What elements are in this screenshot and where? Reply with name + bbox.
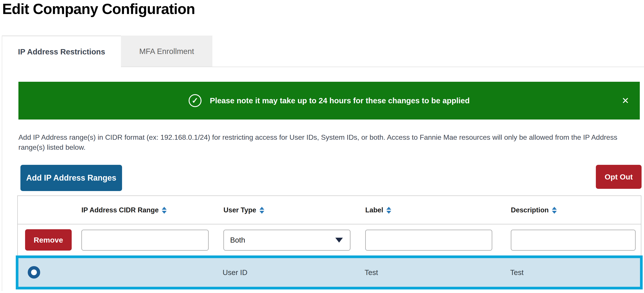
sort-down-arrow-icon bbox=[260, 211, 264, 214]
sort-icon bbox=[260, 207, 264, 214]
success-banner: ✓ Please note it may take up to 24 hours… bbox=[18, 82, 640, 120]
opt-out-button[interactable]: Opt Out bbox=[596, 165, 642, 189]
column-header-description[interactable]: Description bbox=[511, 196, 557, 224]
column-header-label: User Type bbox=[224, 206, 256, 214]
banner-close-icon[interactable]: ✕ bbox=[622, 96, 629, 105]
row-user-type-value: User ID bbox=[222, 258, 248, 287]
tab-mfa-enrollment[interactable]: MFA Enrollment bbox=[121, 36, 212, 67]
description-input[interactable] bbox=[511, 230, 636, 250]
dropdown-caret-icon bbox=[335, 238, 343, 242]
add-ip-address-ranges-button[interactable]: Add IP Address Ranges bbox=[20, 165, 122, 191]
column-header-label: Label bbox=[365, 206, 383, 214]
tab-bar-underline bbox=[121, 67, 644, 67]
instructions-text: Add IP Address range(s) in CIDR format (… bbox=[18, 132, 638, 152]
edit-company-configuration-page: Edit Company Configuration IP Address Re… bbox=[0, 0, 644, 293]
sort-up-arrow-icon bbox=[552, 207, 557, 210]
column-header-label: IP Address CIDR Range bbox=[82, 206, 159, 214]
selected-ip-range-row[interactable]: User ID Test Test bbox=[16, 255, 643, 289]
content-left-divider bbox=[2, 36, 2, 291]
user-type-select[interactable]: Both bbox=[224, 230, 350, 250]
success-banner-message: Please note it may take up to 24 hours f… bbox=[210, 96, 470, 105]
tab-label: MFA Enrollment bbox=[139, 47, 194, 56]
sort-down-arrow-icon bbox=[552, 211, 557, 214]
table-header-row: IP Address CIDR Range User Type Label De… bbox=[18, 196, 641, 224]
page-title: Edit Company Configuration bbox=[2, 1, 195, 17]
column-header-user-type[interactable]: User Type bbox=[224, 196, 264, 224]
tab-label: IP Address Restrictions bbox=[18, 47, 105, 56]
tab-ip-address-restrictions[interactable]: IP Address Restrictions bbox=[2, 36, 121, 67]
sort-down-arrow-icon bbox=[386, 211, 391, 214]
user-type-selected-value: Both bbox=[230, 236, 245, 244]
label-input[interactable] bbox=[365, 230, 492, 250]
sort-up-arrow-icon bbox=[260, 207, 264, 210]
sort-icon bbox=[386, 207, 391, 214]
sort-up-arrow-icon bbox=[162, 207, 167, 210]
remove-row-button[interactable]: Remove bbox=[25, 229, 72, 250]
sort-icon bbox=[162, 207, 167, 214]
success-check-icon: ✓ bbox=[189, 94, 202, 107]
cidr-range-input[interactable] bbox=[82, 230, 208, 250]
row-label-value: Test bbox=[364, 258, 378, 287]
row-description-value: Test bbox=[510, 258, 524, 287]
sort-down-arrow-icon bbox=[162, 211, 167, 214]
row-selected-radio[interactable] bbox=[28, 266, 40, 278]
sort-icon bbox=[552, 207, 557, 214]
column-header-label-col[interactable]: Label bbox=[365, 196, 391, 224]
column-header-label: Description bbox=[511, 206, 549, 214]
sort-up-arrow-icon bbox=[386, 207, 391, 210]
column-header-cidr-range[interactable]: IP Address CIDR Range bbox=[82, 196, 167, 224]
